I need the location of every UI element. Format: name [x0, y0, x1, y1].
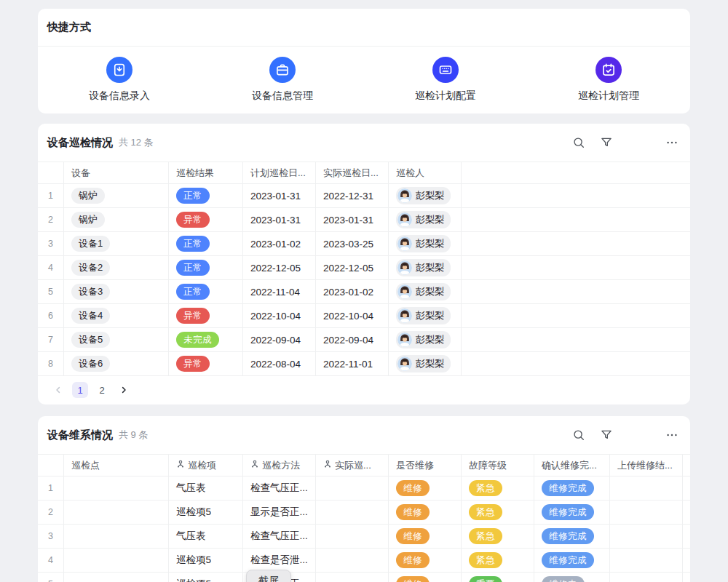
- column-header[interactable]: 维: [683, 455, 690, 477]
- column-header[interactable]: 巡检点: [64, 455, 169, 477]
- cell-level[interactable]: 紧急: [462, 501, 534, 525]
- cell-inspector[interactable]: 彭梨梨: [389, 280, 462, 304]
- cell-planned-date[interactable]: 2022-12-05: [243, 256, 316, 280]
- cell-device[interactable]: 设备5: [64, 328, 169, 352]
- more-icon[interactable]: [665, 428, 678, 442]
- cell-confirm[interactable]: 维修完成: [534, 477, 610, 501]
- add-record-button[interactable]: [628, 423, 651, 447]
- cell-point[interactable]: [64, 477, 169, 501]
- cell-actual-date[interactable]: 2023-01-31: [316, 208, 389, 232]
- cell-upload[interactable]: [610, 525, 683, 549]
- cell-actual-date[interactable]: 2023-01-02: [316, 280, 389, 304]
- column-header[interactable]: 巡检方法: [243, 455, 316, 477]
- column-header[interactable]: 巡检结果: [169, 162, 243, 184]
- cell-confirm[interactable]: 维修完成: [534, 525, 610, 549]
- cell-planned-date[interactable]: 2023-01-31: [243, 208, 316, 232]
- cell-result[interactable]: 异常: [169, 352, 243, 376]
- cell-method[interactable]: 检查气压正...: [243, 477, 316, 501]
- cell-inspector[interactable]: 彭梨梨: [389, 184, 462, 208]
- cell-device[interactable]: 设备2: [64, 256, 169, 280]
- cell-confirm[interactable]: 维修中: [534, 573, 610, 582]
- cell-item[interactable]: 巡检项5: [169, 573, 243, 582]
- cell-result[interactable]: 正常: [169, 184, 243, 208]
- column-header[interactable]: 巡检项: [169, 455, 243, 477]
- cell-confirm[interactable]: 维修完成: [534, 501, 610, 525]
- cell-level[interactable]: 紧急: [462, 549, 534, 573]
- cell-planned-date[interactable]: 2023-01-31: [243, 184, 316, 208]
- cell-actual[interactable]: [316, 573, 389, 582]
- page-button[interactable]: 2: [94, 382, 110, 398]
- cell-method[interactable]: 检查气压正...: [243, 525, 316, 549]
- cell-device[interactable]: 设备1: [64, 232, 169, 256]
- column-header[interactable]: 是否维修: [389, 455, 462, 477]
- cell-actual[interactable]: [316, 501, 389, 525]
- search-icon[interactable]: [572, 136, 585, 149]
- cell-level[interactable]: 紧急: [462, 477, 534, 501]
- cell-repair[interactable]: 维修: [389, 525, 462, 549]
- column-header[interactable]: 计划巡检日...: [243, 162, 316, 184]
- shortcut-item[interactable]: 设备信息管理: [201, 47, 364, 113]
- cell-point[interactable]: [64, 501, 169, 525]
- cell-worker[interactable]: [683, 525, 690, 549]
- shortcut-item[interactable]: 设备信息录入: [38, 47, 201, 113]
- cell-result[interactable]: 正常: [169, 256, 243, 280]
- cell-inspector[interactable]: 彭梨梨: [389, 208, 462, 232]
- cell-device[interactable]: 锅炉: [64, 208, 169, 232]
- cell-upload[interactable]: [610, 501, 683, 525]
- cell-repair[interactable]: 维修: [389, 501, 462, 525]
- cell-inspector[interactable]: 彭梨梨: [389, 328, 462, 352]
- cell-point[interactable]: [64, 549, 169, 573]
- cell-planned-date[interactable]: 2023-01-02: [243, 232, 316, 256]
- cell-planned-date[interactable]: 2022-10-04: [243, 304, 316, 328]
- more-icon[interactable]: [665, 136, 678, 149]
- add-record-button[interactable]: [628, 131, 651, 154]
- cell-device[interactable]: 设备6: [64, 352, 169, 376]
- cell-level[interactable]: 重要: [462, 573, 534, 582]
- column-header[interactable]: 确认维修完...: [534, 455, 610, 477]
- shortcut-item[interactable]: 巡检计划配置: [364, 47, 527, 113]
- cell-actual[interactable]: [316, 549, 389, 573]
- cell-inspector[interactable]: 彭梨梨: [389, 352, 462, 376]
- cell-worker[interactable]: [683, 549, 690, 573]
- cell-inspector[interactable]: 彭梨梨: [389, 256, 462, 280]
- cell-method[interactable]: 显示是否正...: [243, 501, 316, 525]
- cell-planned-date[interactable]: 2022-08-04: [243, 352, 316, 376]
- cell-actual-date[interactable]: 2022-09-04: [316, 328, 389, 352]
- cell-worker[interactable]: [683, 501, 690, 525]
- column-header[interactable]: 巡检人: [389, 162, 462, 184]
- column-header[interactable]: 设备: [64, 162, 169, 184]
- column-header[interactable]: 实际巡检日...: [316, 162, 389, 184]
- cell-worker[interactable]: [683, 477, 690, 501]
- screenshot-tooltip[interactable]: 截屏: [246, 570, 291, 582]
- cell-item[interactable]: 气压表: [169, 525, 243, 549]
- cell-level[interactable]: 紧急: [462, 525, 534, 549]
- cell-repair[interactable]: 维修: [389, 549, 462, 573]
- page-button[interactable]: 1: [72, 382, 88, 398]
- cell-device[interactable]: 锅炉: [64, 184, 169, 208]
- cell-actual[interactable]: [316, 477, 389, 501]
- column-header[interactable]: 实际巡...: [316, 455, 389, 477]
- cell-result[interactable]: 未完成: [169, 328, 243, 352]
- cell-upload[interactable]: [610, 477, 683, 501]
- cell-point[interactable]: [64, 525, 169, 549]
- search-icon[interactable]: [572, 428, 585, 442]
- cell-actual-date[interactable]: 2022-12-05: [316, 256, 389, 280]
- cell-actual-date[interactable]: 2022-11-01: [316, 352, 389, 376]
- next-page-button[interactable]: [116, 382, 132, 398]
- cell-actual-date[interactable]: 2022-10-04: [316, 304, 389, 328]
- cell-item[interactable]: 巡检项5: [169, 501, 243, 525]
- prev-page-button[interactable]: [50, 382, 66, 398]
- cell-result[interactable]: 正常: [169, 280, 243, 304]
- cell-actual-date[interactable]: 2022-12-31: [316, 184, 389, 208]
- column-header[interactable]: 故障等级: [462, 455, 534, 477]
- cell-device[interactable]: 设备3: [64, 280, 169, 304]
- cell-item[interactable]: 巡检项5: [169, 549, 243, 573]
- cell-worker[interactable]: [683, 573, 690, 582]
- cell-actual-date[interactable]: 2023-03-25: [316, 232, 389, 256]
- cell-device[interactable]: 设备4: [64, 304, 169, 328]
- cell-result[interactable]: 正常: [169, 232, 243, 256]
- cell-confirm[interactable]: 维修完成: [534, 549, 610, 573]
- cell-inspector[interactable]: 彭梨梨: [389, 232, 462, 256]
- cell-upload[interactable]: [610, 573, 683, 582]
- cell-result[interactable]: 异常: [169, 304, 243, 328]
